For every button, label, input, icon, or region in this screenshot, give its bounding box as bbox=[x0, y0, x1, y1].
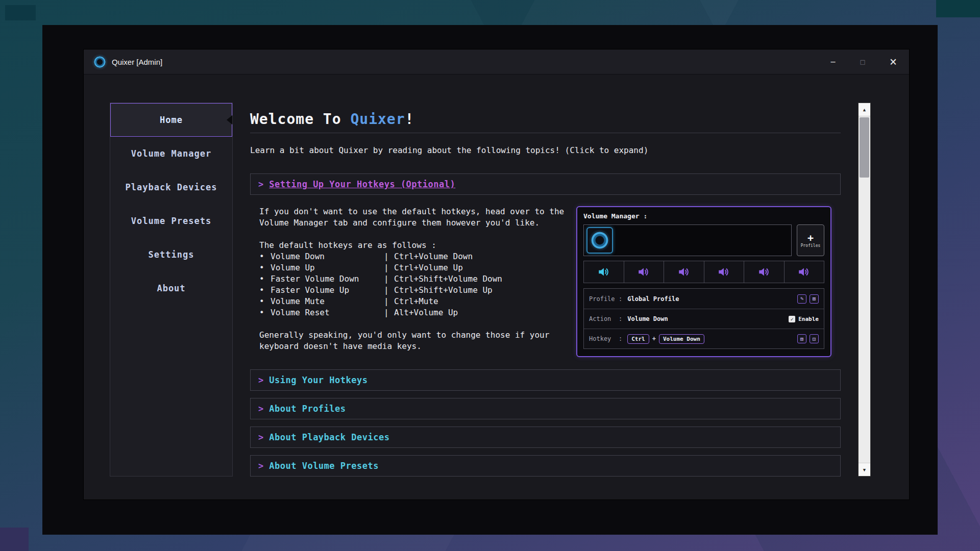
profile-value: Global Profile bbox=[627, 295, 679, 303]
app-window: Quixer [Admin] — □ × Home Volume Manager… bbox=[83, 49, 910, 500]
accordion-header-about-profiles[interactable]: > About Profiles bbox=[250, 398, 841, 419]
bullet-icon: • bbox=[259, 262, 271, 273]
bullet-icon: • bbox=[259, 307, 271, 318]
window-frame: Quixer [Admin] — □ × Home Volume Manager… bbox=[42, 25, 938, 535]
hotkey-key: Volume Down bbox=[659, 334, 704, 344]
sidebar-item-volume-manager[interactable]: Volume Manager bbox=[110, 137, 232, 170]
accordion-header-setting-up-hotkeys[interactable]: > Setting Up Your Hotkeys (Optional) bbox=[250, 173, 841, 195]
separator: | bbox=[384, 251, 394, 262]
accordion-body: If you don't want to use the default hot… bbox=[250, 195, 841, 369]
bullet-icon: • bbox=[259, 251, 271, 262]
sidebar: Home Volume Manager Playback Devices Vol… bbox=[110, 103, 233, 477]
scrollbar-thumb[interactable] bbox=[860, 117, 869, 178]
scroll-up-button[interactable]: ▲ bbox=[859, 103, 870, 116]
bullet-icon: • bbox=[259, 285, 271, 296]
speaker-icon bbox=[664, 261, 704, 283]
sidebar-item-playback-devices[interactable]: Playback Devices bbox=[110, 170, 232, 204]
sidebar-item-volume-presets[interactable]: Volume Presets bbox=[110, 204, 232, 238]
sidebar-item-home[interactable]: Home bbox=[110, 103, 232, 137]
scrollbar[interactable]: ▲ ▼ bbox=[858, 103, 871, 477]
hotkey-row: •Volume Reset | Alt+Volume Up bbox=[259, 307, 568, 318]
sidebar-item-settings[interactable]: Settings bbox=[110, 238, 232, 271]
sidebar-item-about[interactable]: About bbox=[110, 271, 232, 305]
action-value: Volume Down bbox=[627, 315, 668, 322]
hotkey-key: Ctrl bbox=[627, 334, 649, 344]
accordion-header-about-playback-devices[interactable]: > About Playback Devices bbox=[250, 427, 841, 448]
keyboard-icon: ⊞ bbox=[797, 334, 806, 343]
hotkey-list-heading: The default hotkeys are as follows : bbox=[259, 240, 568, 251]
content-area: Home Volume Manager Playback Devices Vol… bbox=[84, 74, 909, 499]
colon: : bbox=[619, 295, 622, 303]
profile-tile bbox=[586, 227, 613, 254]
sidebar-item-label: Home bbox=[160, 115, 183, 125]
sidebar-item-label: Settings bbox=[149, 249, 194, 260]
maximize-button[interactable]: □ bbox=[848, 49, 877, 74]
row-label: Action bbox=[589, 315, 619, 322]
hotkey-list: •Volume Down | Ctrl+Volume Down •Volume … bbox=[259, 251, 568, 318]
separator: | bbox=[384, 296, 394, 307]
page-title: Welcome To Quixer! bbox=[250, 111, 841, 128]
speaker-row bbox=[583, 261, 824, 283]
separator: | bbox=[384, 307, 394, 318]
hotkey-row: •Faster Volume Up | Ctrl+Shift+Volume Up bbox=[259, 285, 568, 296]
bullet-icon: • bbox=[259, 296, 271, 307]
speaker-icon bbox=[584, 261, 624, 283]
profiles-strip: + Profiles bbox=[583, 224, 824, 256]
accordion-label: Setting Up Your Hotkeys (Optional) bbox=[269, 179, 455, 189]
minimize-button[interactable]: — bbox=[818, 49, 848, 74]
accordion-label: Using Your Hotkeys bbox=[269, 375, 368, 385]
hotkey-row: •Volume Up | Ctrl+Volume Up bbox=[259, 262, 568, 273]
enable-checkbox: ✓ bbox=[789, 316, 795, 322]
hotkeys-help-text: If you don't want to use the default hot… bbox=[259, 206, 568, 357]
profile-row: Profile : Global Profile ✎ ⊠ bbox=[584, 289, 824, 309]
colon: : bbox=[619, 335, 622, 342]
hotkey-name: Volume Down bbox=[271, 251, 325, 262]
accordion-label: About Playback Devices bbox=[269, 432, 389, 442]
accordion-header-using-your-hotkeys[interactable]: > Using Your Hotkeys bbox=[250, 369, 841, 391]
chevron-icon: > bbox=[258, 179, 263, 189]
hotkey-combo: Ctrl+Shift+Volume Up bbox=[394, 285, 493, 296]
plus-icon: + bbox=[652, 335, 656, 342]
chevron-icon: > bbox=[258, 404, 263, 414]
chevron-icon: > bbox=[258, 461, 263, 471]
hotkey-row: •Volume Down | Ctrl+Volume Down bbox=[259, 251, 568, 262]
sidebar-item-label: Volume Presets bbox=[131, 216, 211, 226]
heading-suffix: ! bbox=[405, 111, 414, 128]
close-button[interactable]: × bbox=[877, 49, 909, 74]
row-label: Profile bbox=[589, 295, 619, 303]
colon: : bbox=[619, 315, 622, 322]
edit-icon: ✎ bbox=[797, 294, 806, 304]
preview-title: Volume Manager : bbox=[583, 212, 824, 220]
hotkey-name: Faster Volume Down bbox=[271, 273, 359, 285]
quixer-logo-icon bbox=[591, 232, 608, 249]
heading-divider bbox=[250, 133, 841, 133]
separator: | bbox=[384, 273, 394, 285]
plus-icon: + bbox=[807, 233, 814, 242]
hotkey-name: Volume Mute bbox=[271, 296, 325, 307]
heading-prefix: Welcome To bbox=[250, 111, 350, 128]
scroll-down-button[interactable]: ▼ bbox=[859, 463, 870, 476]
window-controls: — □ × bbox=[818, 49, 909, 74]
hotkey-combo: Alt+Volume Up bbox=[394, 307, 458, 318]
grid-icon: ⊡ bbox=[810, 334, 819, 343]
speaker-icon bbox=[744, 261, 784, 283]
chevron-icon: > bbox=[258, 375, 263, 385]
accordion-label: About Volume Presets bbox=[269, 461, 379, 471]
speaker-icon bbox=[624, 261, 664, 283]
separator: | bbox=[384, 262, 394, 273]
hotkey-name: Volume Reset bbox=[271, 307, 330, 318]
hotkey-combo: Ctrl+Shift+Volume Down bbox=[394, 273, 502, 285]
accordion-label: About Profiles bbox=[269, 404, 346, 414]
profile-detail-rows: Profile : Global Profile ✎ ⊠ Action bbox=[583, 288, 824, 349]
main-panel: Welcome To Quixer! Learn a bit about Qui… bbox=[250, 103, 841, 477]
speaker-icon bbox=[784, 261, 824, 283]
profiles-label: Profiles bbox=[801, 243, 821, 248]
titlebar[interactable]: Quixer [Admin] — □ × bbox=[84, 49, 909, 74]
accordion-header-about-volume-presets[interactable]: > About Volume Presets bbox=[250, 455, 841, 477]
intro-paragraph: If you don't want to use the default hot… bbox=[259, 206, 568, 229]
hotkey-row: Hotkey : Ctrl + Volume Down ⊞ ⊡ bbox=[584, 329, 824, 348]
profile-list bbox=[583, 224, 792, 256]
action-row: Action : Volume Down ✓ Enable bbox=[584, 309, 824, 329]
background-accent bbox=[5, 5, 36, 20]
chevron-icon: > bbox=[258, 432, 263, 442]
